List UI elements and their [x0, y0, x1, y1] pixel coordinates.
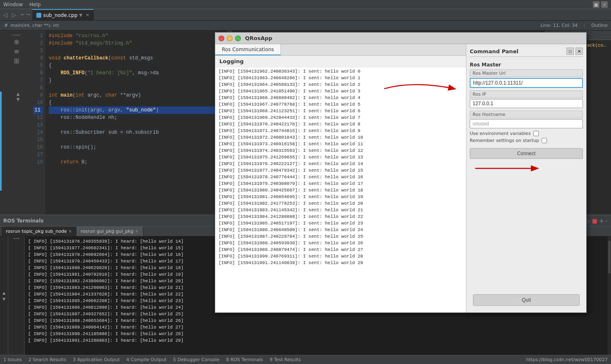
tray-icon-2: ⚡: [601, 1, 608, 8]
terminal-minus-btn[interactable]: -: [606, 217, 608, 224]
cpp-file-icon: [36, 13, 41, 18]
terminal-tab-label-0: rosrun topic_pkg sub_node: [6, 229, 67, 234]
ros-hostname-input[interactable]: [470, 119, 583, 128]
terminal-scroll-down[interactable]: ▼: [2, 297, 6, 301]
scroll-up[interactable]: ▲: [17, 92, 20, 96]
window-min-btn[interactable]: [227, 35, 233, 41]
use-env-vars-checkbox[interactable]: [533, 131, 539, 136]
status-debugger[interactable]: 5 Debugger Console: [173, 357, 219, 362]
terminal-add-btn[interactable]: +: [599, 217, 604, 224]
tab-dropdown-icon[interactable]: ▼: [79, 13, 83, 17]
terminal-line: [ INFO] [1594131989.240964142]: I heard:…: [28, 324, 604, 331]
terminals-title: ROS Terminals: [3, 218, 43, 224]
terminal-scrollbar[interactable]: [608, 236, 611, 355]
log-entry: [INFO] [1594131974.240315563]: I sent: h…: [219, 147, 463, 154]
status-app-output[interactable]: 3 Application Output: [73, 357, 120, 362]
log-entry: [INFO] [1594131988.240593939]: I sent: h…: [219, 240, 463, 246]
status-url: https://blog.csdn.net/wzw00170027: [526, 357, 608, 362]
qros-tab-bar: Ros Communications: [215, 44, 466, 56]
tab-nav-icon2[interactable]: ↪: [26, 12, 30, 17]
log-entry: [INFO] [1594131990.240769311]: I sent: h…: [219, 253, 463, 260]
status-compile[interactable]: 4 Compile Output: [126, 357, 166, 362]
qros-body: Ros Communications Logging [INFO] [15941…: [215, 44, 586, 312]
log-entry: [INFO] [1594131971.240744815]: I sent: h…: [219, 128, 463, 134]
panel-restore-btn[interactable]: □: [566, 47, 574, 55]
log-entry: [INFO] [1594131987.240229794]: I sent: h…: [219, 233, 463, 240]
status-bar: 1 Issues 2 Search Results 3 Application …: [0, 355, 611, 364]
remember-settings-row: Remember settings on startup: [470, 138, 583, 143]
tab-nav-icon1[interactable]: ↩: [21, 12, 24, 17]
terminal-scroll-up[interactable]: ▲: [2, 291, 6, 295]
log-entry: [INFO] [1594131978.240776444]: I sent: h…: [219, 174, 463, 180]
log-entry: [INFO] [1594131982.241778253]: I sent: h…: [219, 200, 463, 207]
terminal-tab-close-1[interactable]: ✕: [135, 229, 138, 234]
ros-ip-input[interactable]: [470, 99, 583, 108]
log-entry: [INFO] [1594131986.240648509]: I sent: h…: [219, 227, 463, 233]
logging-header: Logging: [215, 56, 466, 67]
log-entry: [INFO] [1594131968.241123251]: I sent: h…: [219, 108, 463, 114]
use-env-vars-row: Use environment variables: [470, 131, 583, 136]
outline-label[interactable]: Outline: [591, 23, 608, 28]
command-panel: Command Panel □ ✕ Ros Master Ros Master …: [466, 44, 586, 312]
remember-settings-checkbox[interactable]: [542, 138, 547, 143]
terminal-tab-1[interactable]: rosrun gui_pkg gui_pkg ✕: [76, 227, 143, 236]
sidebar-btn-1[interactable]: ⊕: [14, 38, 19, 46]
ros-master-section: Ros Master Ros Master Url Ros IP Ros Hos…: [470, 62, 583, 159]
terminal-scrollbar-thumb[interactable]: [608, 241, 611, 274]
use-env-vars-label: Use environment variables: [470, 131, 531, 136]
panel-close-btn[interactable]: ✕: [575, 47, 583, 55]
connect-button[interactable]: Connect: [470, 148, 583, 159]
ide-tab-subnode[interactable]: sub_node.cpp ▼ ✕: [32, 9, 94, 20]
terminal-left-buttons: [8, 236, 25, 355]
status-test[interactable]: 9 Test Results: [270, 357, 301, 362]
sidebar-btn-3[interactable]: ⊞: [14, 57, 19, 65]
status-issues[interactable]: 1 Issues: [3, 357, 22, 362]
qros-window-title: QRosApp: [245, 35, 272, 41]
log-entry: [INFO] [1594131981.240654695]: I sent: h…: [219, 194, 463, 200]
log-entry: [INFO] [1594131975.241269655]: I sent: h…: [219, 154, 463, 161]
terminal-tab-close-0[interactable]: ✕: [69, 229, 72, 234]
log-entry: [INFO] [1594131965.241051490]: I sent: h…: [219, 88, 463, 95]
log-entry: [INFO] [1594131984.241280888]: I sent: h…: [219, 213, 463, 220]
breadcrumb-hash: #: [4, 23, 8, 28]
sidebar-divider: [12, 35, 21, 35]
remember-settings-label: Remember settings on startup: [470, 138, 539, 143]
tab-nav-back[interactable]: ◁: [2, 9, 10, 20]
system-tray: ▦ ⚡: [593, 0, 611, 9]
menu-window[interactable]: Window: [3, 2, 23, 7]
panel-spacer: [470, 161, 583, 288]
window-max-btn[interactable]: [235, 35, 241, 41]
log-entry: [INFO] [1594131973.240916158]: I sent: h…: [219, 141, 463, 147]
log-entry: [INFO] [1594131969.242844433]: I sent: h…: [219, 114, 463, 121]
qros-titlebar: QRosApp: [215, 33, 586, 44]
tab-ros-communications[interactable]: Ros Communications: [215, 44, 281, 55]
log-entry: [INFO] [1594131976.240222127]: I sent: h…: [219, 161, 463, 167]
scroll-area: ▲ ▼: [17, 92, 20, 102]
top-menu-bar: Window Help ▦ ⚡: [0, 0, 611, 9]
tab-nav-forward[interactable]: ▷: [10, 9, 18, 20]
terminal-line: [ INFO] [1594131988.240653684]: I heard:…: [28, 317, 604, 324]
window-close-btn[interactable]: [219, 35, 224, 41]
log-entry: [INFO] [1594131967.240778768]: I sent: h…: [219, 101, 463, 108]
quit-button[interactable]: Quit: [473, 294, 580, 306]
status-ros-terminals[interactable]: 8 ROS Terminals: [226, 357, 263, 362]
logging-content[interactable]: [INFO] [1594131962.240836343]: I sent: h…: [215, 67, 466, 312]
logging-panel: Ros Communications Logging [INFO] [15941…: [215, 44, 466, 312]
scroll-down[interactable]: ▼: [17, 97, 20, 102]
breadcrumb-bar: # main(int, char **): int Line: 11, Col:…: [0, 21, 611, 31]
command-panel-title: Command Panel: [470, 48, 518, 54]
ros-master-url-input[interactable]: [470, 78, 583, 88]
log-entry: [INFO] [1594131980.240425607]: I sent: h…: [219, 187, 463, 194]
tab-close-icon[interactable]: ✕: [86, 12, 89, 18]
tb-divider: [13, 238, 20, 239]
separator: [584, 23, 585, 28]
terminal-stop-btn[interactable]: ■: [592, 217, 597, 224]
log-entry: [INFO] [1594131963.240648286]: I sent: h…: [219, 75, 463, 81]
status-search[interactable]: 2 Search Results: [29, 357, 67, 362]
log-entry: [INFO] [1594131977.240479342]: I sent: h…: [219, 167, 463, 174]
sidebar-btn-2[interactable]: ≡: [14, 47, 19, 55]
menu-help[interactable]: Help: [29, 2, 40, 7]
ide-tab-bar: ◁ ▷ ↩ ↪ sub_node.cpp ▼ ✕: [0, 9, 611, 21]
qros-window: QRosApp Ros Communications Logging [INFO…: [215, 32, 587, 313]
terminal-tab-0[interactable]: rosrun topic_pkg sub_node ✕: [2, 227, 76, 236]
